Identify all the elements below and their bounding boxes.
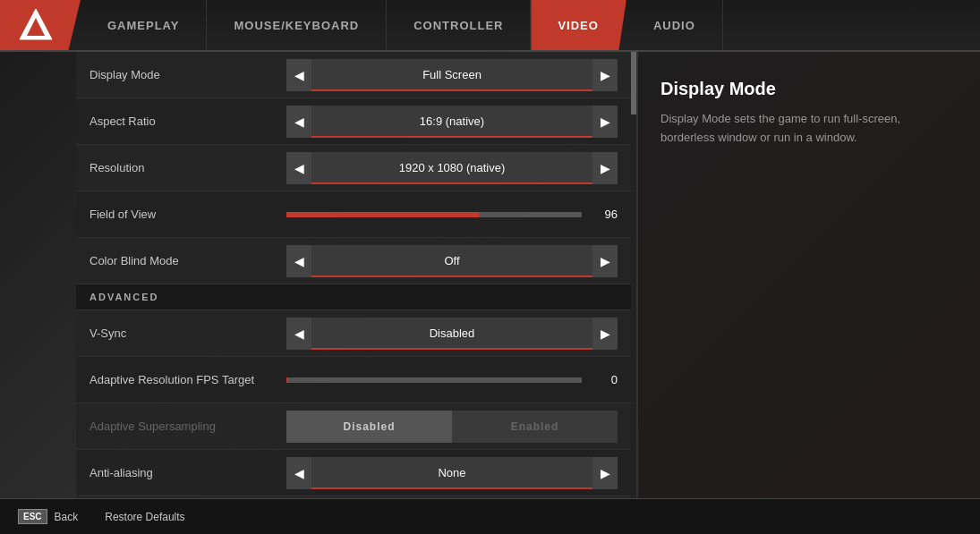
setting-label-supersampling: Adaptive Supersampling (89, 420, 286, 433)
tab-controller[interactable]: CONTROLLER (387, 0, 531, 50)
aa-prev-btn[interactable]: ◀ (286, 457, 311, 489)
nav-tabs: GAMEPLAY MOUSE/KEYBOARD CONTROLLER VIDEO… (81, 0, 980, 50)
restore-defaults-label[interactable]: Restore Defaults (105, 511, 184, 523)
setting-label-fov: Field of View (89, 208, 286, 221)
setting-resolution: Resolution ◀ 1920 x 1080 (native) ▶ (76, 145, 631, 191)
fov-slider-container: 96 (286, 208, 618, 221)
tab-video[interactable]: VIDEO (531, 0, 626, 50)
setting-display-mode: Display Mode ◀ Full Screen ▶ (76, 52, 631, 98)
setting-label-color-blind: Color Blind Mode (89, 254, 286, 267)
setting-control-resolution: ◀ 1920 x 1080 (native) ▶ (286, 152, 618, 184)
resolution-value: 1920 x 1080 (native) (311, 152, 592, 184)
setting-anti-aliasing: Anti-aliasing ◀ None ▶ (76, 450, 631, 496)
supersampling-toggle: Disabled Enabled (286, 411, 618, 443)
vsync-prev-btn[interactable]: ◀ (286, 318, 311, 350)
top-navigation: GAMEPLAY MOUSE/KEYBOARD CONTROLLER VIDEO… (0, 0, 980, 52)
arrow-selector-aa: ◀ None ▶ (286, 457, 618, 489)
setting-label-aa: Anti-aliasing (89, 466, 286, 479)
color-blind-value: Off (311, 245, 592, 277)
aa-value: None (311, 457, 592, 489)
setting-control-vsync: ◀ Disabled ▶ (286, 318, 618, 350)
info-panel: Display Mode Display Mode sets the game … (636, 52, 980, 498)
setting-control-display-mode: ◀ Full Screen ▶ (286, 59, 618, 91)
setting-label-display-mode: Display Mode (89, 68, 286, 81)
logo-area (0, 0, 81, 50)
color-blind-prev-btn[interactable]: ◀ (286, 245, 311, 277)
arrow-selector-aspect-ratio: ◀ 16:9 (native) ▶ (286, 106, 618, 138)
fov-slider-fill (286, 212, 479, 217)
arrow-selector-color-blind: ◀ Off ▶ (286, 245, 618, 277)
color-blind-next-btn[interactable]: ▶ (592, 245, 618, 277)
arrow-selector-display-mode: ◀ Full Screen ▶ (286, 59, 618, 91)
setting-field-of-view: Field of View 96 (76, 191, 631, 238)
setting-control-fov: 96 (286, 208, 618, 221)
display-mode-next-btn[interactable]: ▶ (592, 59, 618, 91)
setting-label-vsync: V-Sync (89, 326, 286, 340)
apex-logo (18, 7, 54, 43)
setting-control-adaptive-res: 0 (286, 373, 618, 386)
arrow-selector-resolution: ◀ 1920 x 1080 (native) ▶ (286, 152, 618, 184)
settings-panel: Display Mode ◀ Full Screen ▶ Aspect Rati… (76, 52, 631, 498)
setting-adaptive-supersampling: Adaptive Supersampling Disabled Enabled (76, 403, 631, 450)
setting-label-resolution: Resolution (89, 161, 286, 174)
info-title: Display Mode (660, 79, 958, 99)
setting-label-adaptive-res: Adaptive Resolution FPS Target (89, 373, 286, 386)
setting-control-aa: ◀ None ▶ (286, 457, 618, 489)
display-mode-prev-btn[interactable]: ◀ (286, 59, 311, 91)
adaptive-res-slider-track[interactable] (286, 377, 582, 383)
setting-color-blind-mode: Color Blind Mode ◀ Off ▶ (76, 238, 631, 284)
tab-mouse-keyboard[interactable]: MOUSE/KEYBOARD (207, 0, 387, 50)
supersampling-enabled-btn[interactable]: Enabled (452, 411, 618, 443)
aspect-ratio-value: 16:9 (native) (311, 106, 592, 138)
vsync-value: Disabled (311, 318, 592, 350)
resolution-prev-btn[interactable]: ◀ (286, 152, 311, 184)
setting-control-supersampling: Disabled Enabled (286, 411, 618, 443)
aspect-ratio-next-btn[interactable]: ▶ (592, 106, 618, 138)
vsync-next-btn[interactable]: ▶ (592, 318, 618, 350)
fov-slider-value: 96 (591, 208, 618, 221)
info-description: Display Mode sets the game to run full-s… (660, 110, 958, 148)
resolution-next-btn[interactable]: ▶ (592, 152, 618, 184)
aspect-ratio-prev-btn[interactable]: ◀ (286, 106, 311, 138)
aa-next-btn[interactable]: ▶ (592, 457, 618, 489)
scrollbar[interactable] (631, 52, 636, 498)
setting-control-aspect-ratio: ◀ 16:9 (native) ▶ (286, 106, 618, 138)
restore-defaults-control[interactable]: Restore Defaults (105, 511, 184, 523)
arrow-selector-vsync: ◀ Disabled ▶ (286, 318, 618, 350)
setting-adaptive-resolution: Adaptive Resolution FPS Target 0 (76, 357, 631, 403)
back-label: Back (55, 511, 79, 523)
bottom-bar: ESC Back Restore Defaults (0, 498, 980, 534)
fov-slider-track[interactable] (286, 212, 582, 217)
supersampling-disabled-btn[interactable]: Disabled (286, 411, 452, 443)
adaptive-res-slider-container: 0 (286, 373, 618, 386)
scroll-thumb (631, 52, 636, 114)
display-mode-value: Full Screen (311, 59, 592, 91)
setting-label-aspect-ratio: Aspect Ratio (89, 114, 286, 128)
setting-control-color-blind: ◀ Off ▶ (286, 245, 618, 277)
setting-aspect-ratio: Aspect Ratio ◀ 16:9 (native) ▶ (76, 98, 631, 145)
adaptive-res-slider-fill (286, 377, 288, 383)
adaptive-res-value: 0 (591, 373, 618, 386)
esc-key-badge: ESC (18, 509, 47, 524)
tab-gameplay[interactable]: GAMEPLAY (81, 0, 207, 50)
esc-back-control: ESC Back (18, 509, 78, 524)
advanced-section-header: ADVANCED (76, 284, 631, 310)
setting-v-sync: V-Sync ◀ Disabled ▶ (76, 310, 631, 357)
tab-audio[interactable]: AUDIO (626, 0, 723, 50)
main-content: Display Mode ◀ Full Screen ▶ Aspect Rati… (76, 52, 980, 498)
